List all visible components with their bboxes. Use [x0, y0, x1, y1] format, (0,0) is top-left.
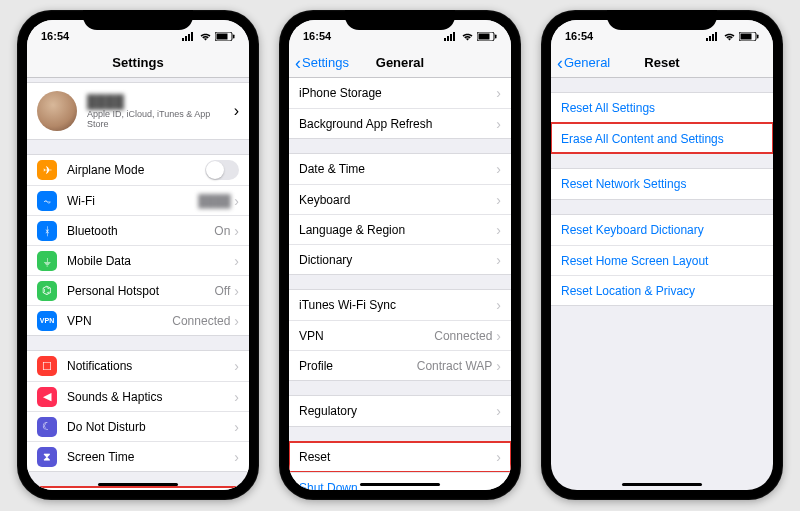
svg-rect-9: [450, 34, 452, 41]
content[interactable]: ████ Apple ID, iCloud, iTunes & App Stor…: [27, 78, 249, 490]
row-label: Background App Refresh: [299, 117, 496, 131]
svg-rect-2: [188, 34, 190, 41]
row-reset-location-privacy[interactable]: Reset Location & Privacy: [551, 275, 773, 305]
chevron-right-icon: ›: [496, 403, 501, 419]
back-button[interactable]: ‹ General: [557, 54, 610, 72]
row-label: Notifications: [67, 359, 234, 373]
signal-icon: [444, 32, 458, 41]
row-itunes-wi-fi-sync[interactable]: iTunes Wi-Fi Sync›: [289, 290, 511, 320]
row-reset-keyboard-dictionary[interactable]: Reset Keyboard Dictionary: [551, 215, 773, 245]
row-dictionary[interactable]: Dictionary›: [289, 244, 511, 274]
row-label: Bluetooth: [67, 224, 214, 238]
svg-rect-10: [453, 32, 455, 41]
svg-rect-0: [182, 38, 184, 41]
svg-rect-16: [712, 34, 714, 41]
status-time: 16:54: [303, 30, 331, 42]
notch: [83, 10, 193, 30]
row-background-app-refresh[interactable]: Background App Refresh›: [289, 108, 511, 138]
row-label: Mobile Data: [67, 254, 234, 268]
row-language-region[interactable]: Language & Region›: [289, 214, 511, 244]
row-iphone-storage[interactable]: iPhone Storage›: [289, 78, 511, 108]
notch: [345, 10, 455, 30]
row-reset-home-screen-layout[interactable]: Reset Home Screen Layout: [551, 245, 773, 275]
row-label: Sounds & Haptics: [67, 390, 234, 404]
chevron-right-icon: ›: [234, 449, 239, 465]
status-time: 16:54: [565, 30, 593, 42]
row-reset-all-settings[interactable]: Reset All Settings: [551, 93, 773, 123]
battery-icon: [477, 32, 497, 41]
row-label: Reset: [299, 450, 496, 464]
screen: 16:54 Settings ████ Apple ID, iCloud, iT…: [27, 20, 249, 490]
bell-icon: ☐: [37, 356, 57, 376]
profile-subtitle: Apple ID, iCloud, iTunes & App Store: [87, 109, 234, 129]
svg-rect-15: [709, 36, 711, 41]
wifi-icon: ⏦: [37, 191, 57, 211]
wifi-status-icon: [461, 32, 474, 41]
toggle-switch[interactable]: [205, 160, 239, 180]
row-notifications[interactable]: ☐Notifications›: [27, 351, 249, 381]
row-general[interactable]: ⚙︎General›: [27, 487, 249, 490]
row-sounds-haptics[interactable]: ◀︎Sounds & Haptics›: [27, 381, 249, 411]
content[interactable]: iPhone Storage›Background App Refresh› D…: [289, 78, 511, 490]
row-label: iPhone Storage: [299, 86, 496, 100]
apple-id-row[interactable]: ████ Apple ID, iCloud, iTunes & App Stor…: [27, 82, 249, 140]
svg-rect-12: [479, 33, 490, 39]
chevron-right-icon: ›: [496, 161, 501, 177]
row-value: Off: [215, 284, 231, 298]
row-vpn[interactable]: VPNVPNConnected›: [27, 305, 249, 335]
row-date-time[interactable]: Date & Time›: [289, 154, 511, 184]
row-erase-all-content-and-settings[interactable]: Erase All Content and Settings: [551, 123, 773, 153]
airplane-icon: ✈︎: [37, 160, 57, 180]
navbar: ‹ Settings General: [289, 48, 511, 78]
row-value: ████: [198, 194, 230, 208]
row-regulatory[interactable]: Regulatory›: [289, 396, 511, 426]
phone-general: 16:54 ‹ Settings General iPhone Storage›…: [279, 10, 521, 500]
antenna-icon: ⏚: [37, 251, 57, 271]
screen: 16:54 ‹ Settings General iPhone Storage›…: [289, 20, 511, 490]
wifi-status-icon: [723, 32, 736, 41]
home-indicator[interactable]: [622, 483, 702, 486]
row-screen-time[interactable]: ⧗Screen Time›: [27, 441, 249, 471]
row-keyboard[interactable]: Keyboard›: [289, 184, 511, 214]
signal-icon: [182, 32, 196, 41]
svg-rect-3: [191, 32, 193, 41]
row-label: Regulatory: [299, 404, 496, 418]
row-label: Keyboard: [299, 193, 496, 207]
row-do-not-disturb[interactable]: ☾Do Not Disturb›: [27, 411, 249, 441]
row-bluetooth[interactable]: ᚼBluetoothOn›: [27, 215, 249, 245]
row-wi-fi[interactable]: ⏦Wi-Fi████›: [27, 185, 249, 215]
row-personal-hotspot[interactable]: ⌬Personal HotspotOff›: [27, 275, 249, 305]
back-button[interactable]: ‹ Settings: [295, 54, 349, 72]
svg-rect-8: [447, 36, 449, 41]
svg-rect-17: [715, 32, 717, 41]
svg-rect-6: [233, 34, 235, 38]
row-label: Do Not Disturb: [67, 420, 234, 434]
row-reset-network-settings[interactable]: Reset Network Settings: [551, 169, 773, 199]
phone-reset: 16:54 ‹ General Reset Reset All Settings…: [541, 10, 783, 500]
bluetooth-icon: ᚼ: [37, 221, 57, 241]
notch: [607, 10, 717, 30]
status-icons: [182, 32, 235, 41]
row-vpn[interactable]: VPNConnected›: [289, 320, 511, 350]
row-mobile-data[interactable]: ⏚Mobile Data›: [27, 245, 249, 275]
home-indicator[interactable]: [98, 483, 178, 486]
navbar: ‹ General Reset: [551, 48, 773, 78]
chevron-right-icon: ›: [234, 313, 239, 329]
battery-icon: [739, 32, 759, 41]
row-reset[interactable]: Reset›: [289, 442, 511, 472]
status-time: 16:54: [41, 30, 69, 42]
svg-rect-1: [185, 36, 187, 41]
row-value: Contract WAP: [417, 359, 493, 373]
row-airplane-mode[interactable]: ✈︎Airplane Mode: [27, 155, 249, 185]
row-profile[interactable]: ProfileContract WAP›: [289, 350, 511, 380]
row-shut-down[interactable]: Shut Down: [289, 472, 511, 490]
home-indicator[interactable]: [360, 483, 440, 486]
chevron-right-icon: ›: [496, 85, 501, 101]
chevron-left-icon: ‹: [295, 54, 301, 72]
content[interactable]: Reset All SettingsErase All Content and …: [551, 78, 773, 490]
chevron-right-icon: ›: [234, 389, 239, 405]
row-label: Erase All Content and Settings: [561, 132, 763, 146]
page-title: Settings: [112, 55, 163, 70]
chevron-right-icon: ›: [496, 449, 501, 465]
status-icons: [706, 32, 759, 41]
